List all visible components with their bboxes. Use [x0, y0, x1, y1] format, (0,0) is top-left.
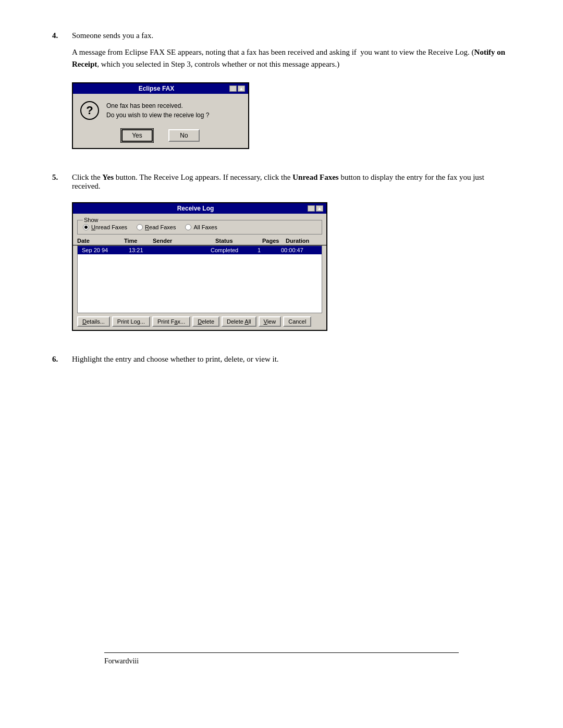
radio-unread-faxes[interactable]: Unread Faxes [83, 224, 127, 230]
radio-unread-label: Unread Faxes [91, 224, 127, 230]
eclipse-fax-titlebar: Eclipse FAX _ ▲ [73, 83, 248, 94]
show-legend: Show [83, 217, 100, 223]
receive-log-maximize-button[interactable]: ▲ [316, 205, 323, 212]
row-time: 13:21 [129, 247, 157, 253]
step-5-text: Click the Yes button. The Receive Log ap… [72, 173, 511, 191]
step-4-bold: Notify on Receipt [72, 48, 505, 68]
details-underline: D [82, 318, 87, 325]
maximize-button[interactable]: ▲ [238, 85, 245, 92]
radio-all-label: All Faxes [193, 224, 217, 230]
step-4-body-text: A message from Eclipse FAX SE appears, n… [72, 48, 505, 68]
step-4-number: 4. [52, 31, 72, 40]
table-row[interactable]: Sep 20 94 13:21 Completed 1 00:00:47 [78, 246, 322, 254]
no-button[interactable]: No [168, 129, 200, 142]
delete-all-button[interactable]: Delete All [222, 316, 256, 327]
row-date: Sep 20 94 [82, 247, 129, 253]
message-line2: Do you wish to view the receive log ? [106, 110, 209, 120]
receive-log-titlebar: Receive Log _ ▲ [73, 203, 326, 214]
eclipse-fax-title: Eclipse FAX [83, 85, 229, 92]
col-pages: Pages [262, 238, 286, 244]
radio-all-faxes[interactable]: All Faxes [185, 224, 217, 230]
step-4: 4. Someone sends you a fax. A message fr… [52, 31, 511, 158]
row-pages: 1 [258, 247, 281, 253]
step-5-bold-unread: Unread Faxes [292, 173, 338, 181]
printfax-underline: a [174, 318, 177, 325]
row-status: Completed [211, 247, 258, 253]
print-log-button[interactable]: Print Log... [112, 316, 150, 327]
show-group: Show Unread Faxes Read Faxes All Faxe [77, 217, 322, 235]
unread-underline: U [91, 224, 95, 230]
eclipse-fax-content: ? One fax has been received. Do you wish… [73, 94, 248, 125]
view-button[interactable]: View [259, 316, 282, 327]
step-6-text: Highlight the entry and choose whether t… [72, 355, 511, 364]
receive-log-title: Receive Log [83, 205, 308, 212]
read-underline: R [145, 224, 149, 230]
col-date: Date [77, 238, 124, 244]
delete-underline: D [198, 318, 202, 325]
minimize-button[interactable]: _ [229, 85, 237, 92]
titlebar-controls: _ ▲ [229, 85, 245, 92]
step-5-number: 5. [52, 173, 72, 182]
eclipse-fax-dialog-wrapper: Eclipse FAX _ ▲ ? One fax has been recei… [72, 82, 511, 149]
row-duration: 00:00:47 [281, 247, 317, 253]
step-5-bold-yes: Yes [102, 173, 114, 181]
col-status: Status [215, 238, 262, 244]
details-button[interactable]: Details... [77, 316, 110, 327]
delete-button[interactable]: Delete [192, 316, 219, 327]
print-fax-button[interactable]: Print Fax... [152, 316, 190, 327]
cancel-button[interactable]: Cancel [283, 316, 311, 327]
footer: Forwardviii [104, 652, 459, 665]
step-4-body: A message from Eclipse FAX SE appears, n… [72, 46, 511, 70]
col-time: Time [124, 238, 153, 244]
eclipse-fax-buttons: Yes No [73, 125, 248, 148]
log-buttons: Details... Print Log... Print Fax... Del… [73, 313, 326, 330]
radio-unread-indicator [83, 224, 89, 230]
question-icon: ? [80, 101, 99, 120]
radio-read-faxes[interactable]: Read Faxes [137, 224, 176, 230]
radio-read-indicator [137, 224, 143, 230]
yes-button[interactable]: Yes [121, 129, 153, 142]
printlog-underline: g [137, 318, 140, 325]
footer-text: Forwardviii [104, 657, 139, 665]
receive-log-controls: _ ▲ [308, 205, 323, 212]
eclipse-fax-message: One fax has been received. Do you wish t… [106, 101, 209, 120]
deleteall-underline: A [244, 318, 248, 325]
step-5: 5. Click the Yes button. The Receive Log… [52, 173, 511, 340]
eclipse-fax-dialog: Eclipse FAX _ ▲ ? One fax has been recei… [72, 82, 249, 149]
row-sender [157, 247, 211, 253]
col-sender: Sender [153, 238, 215, 244]
message-line1: One fax has been received. [106, 101, 209, 110]
step-4-heading: Someone sends you a fax. [72, 31, 511, 40]
step-6: 6. Highlight the entry and choose whethe… [52, 355, 511, 370]
col-duration: Duration [286, 238, 322, 244]
view-underline: V [264, 318, 267, 325]
radio-all-indicator [185, 224, 191, 230]
receive-log-minimize-button[interactable]: _ [308, 205, 315, 212]
table-header: Date Time Sender Status Pages Duration [73, 237, 326, 245]
radio-read-label: Read Faxes [145, 224, 176, 230]
step-6-number: 6. [52, 355, 72, 364]
receive-log-dialog: Receive Log _ ▲ Show Unread Faxes [72, 202, 327, 331]
receive-log-dialog-wrapper: Receive Log _ ▲ Show Unread Faxes [72, 202, 511, 331]
table-body: Sep 20 94 13:21 Completed 1 00:00:47 [77, 245, 322, 313]
